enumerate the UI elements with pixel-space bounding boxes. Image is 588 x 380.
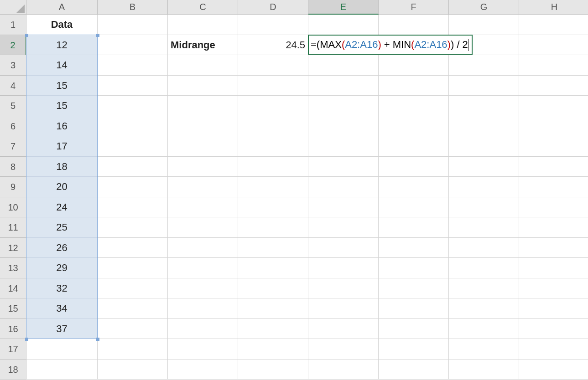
cell-A11[interactable]: 25 — [26, 217, 98, 238]
cell-B3[interactable] — [98, 55, 168, 76]
cell-C14[interactable] — [168, 278, 238, 299]
cell-A12[interactable]: 26 — [26, 238, 98, 258]
cell-A9[interactable]: 20 — [26, 177, 98, 197]
cell-A18[interactable] — [26, 359, 98, 380]
cell-D7[interactable] — [238, 136, 308, 157]
cell-H4[interactable] — [519, 76, 588, 96]
cell-G17[interactable] — [449, 339, 519, 359]
row-header-5[interactable]: 5 — [0, 96, 26, 116]
row-header-1[interactable]: 1 — [0, 15, 26, 35]
cell-B12[interactable] — [98, 238, 168, 258]
cell-A7[interactable]: 17 — [26, 136, 98, 157]
cell-F7[interactable] — [379, 136, 449, 157]
row-header-13[interactable]: 13 — [0, 258, 26, 278]
cell-E9[interactable] — [308, 177, 379, 197]
cell-A4[interactable]: 15 — [26, 76, 98, 96]
cell-C12[interactable] — [168, 238, 238, 258]
column-header-C[interactable]: C — [168, 0, 238, 15]
cell-G9[interactable] — [449, 177, 519, 197]
cell-C6[interactable] — [168, 116, 238, 137]
cell-F5[interactable] — [379, 96, 449, 116]
cell-F8[interactable] — [379, 157, 449, 177]
cell-G7[interactable] — [449, 136, 519, 157]
cell-E17[interactable] — [308, 339, 379, 359]
cell-C8[interactable] — [168, 157, 238, 177]
cell-editor-text[interactable]: =(MAX(A2:A16) + MIN(A2:A16)) / 2 — [309, 36, 471, 54]
row-header-3[interactable]: 3 — [0, 55, 26, 76]
cell-B13[interactable] — [98, 258, 168, 278]
cell-E12[interactable] — [308, 238, 379, 258]
column-header-D[interactable]: D — [238, 0, 308, 15]
cell-E8[interactable] — [308, 157, 379, 177]
cell-H5[interactable] — [519, 96, 588, 116]
cell-F1[interactable] — [379, 15, 449, 35]
cell-E10[interactable] — [308, 197, 379, 218]
cell-D1[interactable] — [238, 15, 308, 35]
cell-F17[interactable] — [379, 339, 449, 359]
row-header-7[interactable]: 7 — [0, 136, 26, 157]
cell-H2[interactable] — [519, 35, 588, 56]
cell-G13[interactable] — [449, 258, 519, 278]
cell-E11[interactable] — [308, 217, 379, 238]
cell-G8[interactable] — [449, 157, 519, 177]
cell-B16[interactable] — [98, 319, 168, 339]
cell-D14[interactable] — [238, 278, 308, 299]
cell-G6[interactable] — [449, 116, 519, 137]
cell-H12[interactable] — [519, 238, 588, 258]
column-header-F[interactable]: F — [379, 0, 449, 15]
row-header-2[interactable]: 2 — [0, 35, 26, 56]
cell-H11[interactable] — [519, 217, 588, 238]
cell-B18[interactable] — [98, 359, 168, 380]
row-header-18[interactable]: 18 — [0, 359, 26, 380]
cell-B11[interactable] — [98, 217, 168, 238]
cell-G15[interactable] — [449, 298, 519, 319]
cell-G5[interactable] — [449, 96, 519, 116]
cell-F9[interactable] — [379, 177, 449, 197]
cell-D6[interactable] — [238, 116, 308, 137]
cell-C2[interactable]: Midrange — [168, 35, 238, 56]
cell-H3[interactable] — [519, 55, 588, 76]
cell-H15[interactable] — [519, 298, 588, 319]
cell-F18[interactable] — [379, 359, 449, 380]
cell-E7[interactable] — [308, 136, 379, 157]
cell-B7[interactable] — [98, 136, 168, 157]
column-header-H[interactable]: H — [519, 0, 588, 15]
cell-E16[interactable] — [308, 319, 379, 339]
cell-B14[interactable] — [98, 278, 168, 299]
cell-A5[interactable]: 15 — [26, 96, 98, 116]
cell-D13[interactable] — [238, 258, 308, 278]
cell-E18[interactable] — [308, 359, 379, 380]
column-header-B[interactable]: B — [98, 0, 168, 15]
cell-H10[interactable] — [519, 197, 588, 218]
cell-A16[interactable]: 37 — [26, 319, 98, 339]
cell-F3[interactable] — [379, 55, 449, 76]
cell-A10[interactable]: 24 — [26, 197, 98, 218]
cell-B17[interactable] — [98, 339, 168, 359]
cell-E3[interactable] — [308, 55, 379, 76]
cell-C10[interactable] — [168, 197, 238, 218]
cell-G18[interactable] — [449, 359, 519, 380]
cell-G10[interactable] — [449, 197, 519, 218]
cell-H18[interactable] — [519, 359, 588, 380]
cell-B1[interactable] — [98, 15, 168, 35]
cell-G11[interactable] — [449, 217, 519, 238]
cell-C7[interactable] — [168, 136, 238, 157]
row-header-11[interactable]: 11 — [0, 217, 26, 238]
cell-F10[interactable] — [379, 197, 449, 218]
column-header-E[interactable]: E — [308, 0, 379, 15]
cell-E6[interactable] — [308, 116, 379, 137]
cell-B4[interactable] — [98, 76, 168, 96]
cell-F4[interactable] — [379, 76, 449, 96]
row-header-14[interactable]: 14 — [0, 278, 26, 299]
cell-A13[interactable]: 29 — [26, 258, 98, 278]
cell-D5[interactable] — [238, 96, 308, 116]
row-header-9[interactable]: 9 — [0, 177, 26, 197]
cell-A8[interactable]: 18 — [26, 157, 98, 177]
cell-D17[interactable] — [238, 339, 308, 359]
cell-D8[interactable] — [238, 157, 308, 177]
row-header-15[interactable]: 15 — [0, 298, 26, 319]
cell-E15[interactable] — [308, 298, 379, 319]
cell-D9[interactable] — [238, 177, 308, 197]
cell-A15[interactable]: 34 — [26, 298, 98, 319]
cell-G3[interactable] — [449, 55, 519, 76]
